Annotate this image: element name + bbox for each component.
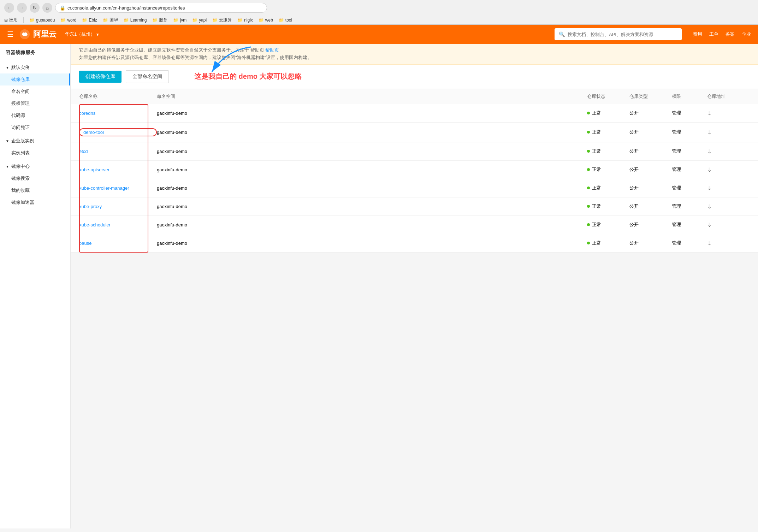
forward-button[interactable]: →: [17, 3, 27, 13]
search-input[interactable]: [568, 32, 677, 37]
table-row: pause gaoxinfu-demo 正常 公开 管理 ⇓: [71, 234, 758, 253]
sidebar-item-image-accelerator[interactable]: 镜像加速器: [0, 196, 70, 208]
bookmark-guohua[interactable]: 📁 国华: [103, 17, 118, 23]
table-body: coredns gaoxinfu-demo 正常 公开 管理 ⇓ demo-to…: [71, 104, 758, 253]
download-icon[interactable]: ⇓: [707, 166, 750, 173]
download-icon[interactable]: ⇓: [707, 148, 750, 155]
repo-name-kube-scheduler[interactable]: kube-scheduler: [79, 222, 157, 227]
create-repo-button[interactable]: 创建镜像仓库: [79, 71, 122, 83]
repo-name-kube-controller-manager[interactable]: kube-controller-manager: [79, 185, 157, 191]
expand-arrow-icon: ▼: [6, 165, 9, 169]
table-row: kube-apiserver gaoxinfu-demo 正常 公开 管理 ⇓: [71, 161, 758, 179]
status-cell: 正常: [587, 240, 629, 246]
download-icon[interactable]: ⇓: [707, 221, 750, 228]
table-row: kube-controller-manager gaoxinfu-demo 正常…: [71, 179, 758, 197]
repo-name-pause[interactable]: pause: [79, 241, 157, 246]
sidebar-item-code-source[interactable]: 代码源: [0, 110, 70, 122]
status-dot: [587, 242, 590, 244]
bookmark-yunfuwu[interactable]: 📁 云服务: [212, 17, 232, 23]
top-nav: ☰ 阿里云 华东1（杭州） ▾ 🔍 费用 工单 备案 企业: [0, 25, 758, 44]
bookmark-apps[interactable]: ⊞ 应用: [4, 17, 18, 23]
status-dot: [587, 112, 590, 114]
repo-name-demo-tool[interactable]: demo-tool: [79, 128, 157, 136]
folder-icon: 📁: [82, 18, 87, 23]
aliyun-logo-icon: [19, 29, 30, 40]
bookmark-word[interactable]: 📁 word: [60, 18, 76, 23]
bookmark-fuwu[interactable]: 📁 服务: [152, 17, 167, 23]
region-selector[interactable]: 华东1（杭州） ▾: [65, 31, 99, 37]
sidebar-item-image-search[interactable]: 镜像搜索: [0, 172, 70, 184]
type-cell: 公开: [629, 110, 672, 116]
folder-icon: 📁: [124, 18, 129, 23]
notice-link[interactable]: 帮助页: [265, 47, 279, 53]
sidebar-item-access-credential[interactable]: 访问凭证: [0, 122, 70, 134]
permission-cell: 管理: [672, 166, 707, 173]
refresh-button[interactable]: ↻: [30, 3, 40, 13]
col-status: 仓库状态: [587, 93, 629, 100]
bookmark-ebiz[interactable]: 📁 Ebiz: [82, 18, 97, 23]
bookmark-yapi[interactable]: 📁 yapi: [192, 18, 207, 23]
bookmark-gupaoedu[interactable]: 📁 gupaoedu: [29, 18, 55, 23]
namespace-cell: gaoxinfu-demo: [157, 130, 587, 135]
repo-name-kube-apiserver[interactable]: kube-apiserver: [79, 167, 157, 172]
hamburger-icon[interactable]: ☰: [7, 30, 13, 39]
folder-icon: 📁: [60, 18, 66, 23]
nav-fees[interactable]: 费用: [693, 31, 702, 37]
namespace-cell: gaoxinfu-demo: [157, 111, 587, 116]
repo-name-etcd[interactable]: etcd: [79, 149, 157, 154]
sidebar-item-namespace[interactable]: 命名空间: [0, 85, 70, 97]
sidebar-item-auth[interactable]: 授权管理: [0, 97, 70, 110]
address-bar[interactable]: 🔒 cr.console.aliyun.com/cn-hangzhou/inst…: [55, 3, 267, 13]
search-icon: 🔍: [559, 31, 565, 37]
download-icon[interactable]: ⇓: [707, 185, 750, 191]
type-cell: 公开: [629, 221, 672, 228]
bookmark-learning[interactable]: 📁 Learning: [124, 18, 147, 23]
notice-line1: 它是由自己的镜像服务于企业级、建立建立软件资安全自然来于分支服务于、关注于 帮助…: [79, 47, 750, 54]
home-button[interactable]: ⌂: [42, 3, 52, 13]
sidebar-section-default-header[interactable]: ▼ 默认实例: [0, 61, 70, 73]
sidebar-item-instance-list[interactable]: 实例列表: [0, 147, 70, 159]
status-cell: 正常: [587, 185, 629, 191]
table-row: etcd gaoxinfu-demo 正常 公开 管理 ⇓: [71, 142, 758, 161]
folder-icon: 📁: [103, 18, 108, 23]
bookmark-tool[interactable]: 📁 tool: [279, 18, 292, 23]
url-text: cr.console.aliyun.com/cn-hangzhou/instan…: [67, 5, 185, 11]
browser-chrome: ← → ↻ ⌂ 🔒 cr.console.aliyun.com/cn-hangz…: [0, 0, 758, 25]
search-bar[interactable]: 🔍: [555, 28, 682, 40]
browser-toolbar: ← → ↻ ⌂ 🔒 cr.console.aliyun.com/cn-hangz…: [0, 0, 758, 16]
expand-arrow-icon: ▼: [6, 139, 9, 143]
bookmark-web[interactable]: 📁 web: [259, 18, 273, 23]
table-row: kube-proxy gaoxinfu-demo 正常 公开 管理 ⇓: [71, 197, 758, 216]
type-cell: 公开: [629, 166, 672, 173]
folder-icon: 📁: [237, 18, 243, 23]
repo-name-coredns[interactable]: coredns: [79, 111, 157, 116]
repo-name-kube-proxy[interactable]: kube-proxy: [79, 204, 157, 209]
sidebar-title: 容器镜像服务: [0, 49, 70, 61]
download-icon[interactable]: ⇓: [707, 240, 750, 247]
table-container: 仓库名称 命名空间 仓库状态 仓库类型 权限 仓库地址 coredns gaox…: [71, 89, 758, 253]
sidebar-section-enterprise-header[interactable]: ▼ 企业版实例: [0, 135, 70, 147]
arrow-annotation: [191, 44, 254, 80]
sidebar-item-image-repo[interactable]: 镜像仓库: [0, 73, 70, 85]
table-row: coredns gaoxinfu-demo 正常 公开 管理 ⇓: [71, 104, 758, 123]
nav-enterprise[interactable]: 企业: [742, 31, 751, 37]
download-icon[interactable]: ⇓: [707, 203, 750, 210]
notice-line2: 如果您的构建任务涉及源代码仓库、容器镜像仓库等资源在国内，建议您关闭"海外机器构…: [79, 54, 750, 61]
status-dot: [587, 187, 590, 189]
download-icon[interactable]: ⇓: [707, 129, 750, 136]
nav-record[interactable]: 备案: [726, 31, 735, 37]
nav-ticket[interactable]: 工单: [709, 31, 718, 37]
sidebar-section-image-center-header[interactable]: ▼ 镜像中心: [0, 160, 70, 172]
back-button[interactable]: ←: [4, 3, 14, 13]
permission-cell: 管理: [672, 110, 707, 116]
bookmark-nigix[interactable]: 📁 nigix: [237, 18, 253, 23]
col-permission: 权限: [672, 93, 707, 100]
namespace-filter-button[interactable]: 全部命名空间: [126, 70, 169, 83]
sidebar-item-my-favorites[interactable]: 我的收藏: [0, 184, 70, 196]
folder-icon: 📁: [259, 18, 264, 23]
folder-icon: 📁: [29, 18, 35, 23]
expand-arrow-icon: ▼: [6, 66, 9, 70]
sidebar-section-enterprise: ▼ 企业版实例 实例列表: [0, 135, 70, 159]
download-icon[interactable]: ⇓: [707, 110, 750, 117]
bookmark-jvm[interactable]: 📁 jvm: [173, 18, 186, 23]
